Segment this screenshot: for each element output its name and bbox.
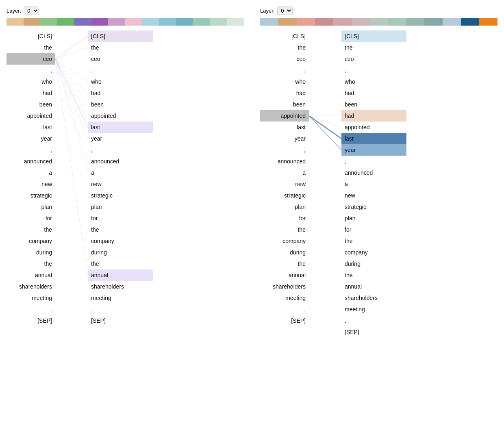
token-label: last (89, 124, 102, 131)
token-item: the (7, 42, 55, 53)
color-swatch (388, 18, 406, 26)
token-item: . (260, 304, 309, 315)
color-swatch (315, 18, 333, 26)
token-item: appointed (341, 122, 406, 133)
color-swatch (142, 18, 159, 26)
token-item: been (260, 99, 309, 110)
token-label: strategic (29, 192, 54, 199)
token-label: meeting (30, 294, 54, 302)
svg-line-7 (55, 59, 88, 139)
token-label: had (89, 89, 102, 97)
token-item: [SEP] (260, 315, 309, 326)
token-label: last (343, 135, 355, 142)
token-item: during (88, 247, 153, 258)
token-label: , (302, 67, 307, 74)
token-item: announced (88, 156, 153, 167)
token-label: company (27, 237, 54, 245)
arrow-container (55, 30, 88, 326)
color-swatch (424, 18, 443, 26)
token-label: last (295, 124, 307, 131)
token-item: strategic (260, 190, 309, 201)
token-item: during (260, 247, 309, 258)
token-label: who (40, 78, 54, 85)
token-label: the (89, 260, 100, 267)
token-item: the (341, 235, 406, 247)
token-label: had (343, 112, 356, 119)
token-label: year (39, 135, 54, 142)
token-label: , (89, 67, 94, 74)
token-label: the (343, 237, 354, 245)
token-label: , (49, 146, 54, 154)
token-label: [CLS] (290, 33, 307, 40)
token-label: plan (293, 203, 307, 211)
color-swatch (443, 18, 461, 26)
token-label: the (343, 271, 354, 279)
token-label: announced (22, 158, 54, 165)
token-label: the (296, 260, 307, 267)
token-item: the (88, 224, 153, 235)
arrow-container (309, 30, 341, 326)
token-item: strategic (88, 190, 153, 201)
color-swatch (176, 18, 193, 26)
token-item: year (7, 133, 55, 144)
token-item: [CLS] (7, 30, 55, 42)
token-label: new (89, 180, 103, 188)
token-item: announced (260, 156, 309, 167)
layer-control: Layer: 0 1 2 (7, 7, 244, 15)
token-item: company (260, 235, 309, 247)
color-swatch (479, 18, 497, 26)
token-label: meeting (343, 306, 367, 313)
token-label: plan (40, 203, 54, 211)
color-swatch (333, 18, 352, 26)
token-label: ceo (41, 55, 54, 63)
token-item: the (7, 224, 55, 235)
token-item: ceo (88, 53, 153, 65)
color-swatch (125, 18, 142, 26)
token-item: annual (260, 269, 309, 281)
token-item: year (341, 144, 406, 156)
token-item: had (260, 87, 309, 99)
token-label: the (89, 44, 100, 51)
token-label: the (43, 226, 54, 233)
arrows-svg (309, 30, 341, 326)
color-swatch (159, 18, 176, 26)
token-label: shareholders (89, 283, 126, 290)
token-item: been (88, 99, 153, 110)
token-item: plan (260, 201, 309, 213)
token-item: . (7, 304, 55, 315)
token-item: the (260, 224, 309, 235)
color-bar (7, 18, 244, 26)
token-label: shareholders (271, 283, 307, 290)
token-label: the (296, 226, 307, 233)
token-item: a (7, 167, 55, 178)
right-token-col: [CLS]theceo,whohadbeenhadappointedlastye… (341, 30, 406, 338)
token-item: [CLS] (88, 30, 153, 42)
color-bar (260, 18, 497, 26)
token-item: appointed (88, 110, 153, 122)
token-label: had (343, 89, 356, 97)
layer-select[interactable]: 0 1 2 (24, 7, 39, 15)
token-label: new (293, 180, 307, 188)
token-label: . (89, 306, 94, 313)
token-item: new (7, 178, 55, 190)
token-label: appointed (343, 124, 371, 131)
token-item: meeting (260, 292, 309, 304)
token-label: appointed (25, 112, 54, 119)
panel-1: Layer: 0 1 2 [CLS]theceo,whohadbeenappoi… (260, 7, 497, 338)
token-item: for (341, 224, 406, 235)
token-label: [CLS] (36, 33, 54, 40)
token-label: strategic (89, 192, 114, 199)
token-item: a (341, 178, 406, 190)
token-label: for (298, 215, 307, 222)
token-label: , (302, 146, 307, 154)
token-label: had (295, 89, 307, 97)
token-label: . (343, 317, 348, 324)
token-item: the (88, 42, 153, 53)
token-item: shareholders (88, 281, 153, 292)
layer-select[interactable]: 0 1 2 (277, 7, 293, 15)
token-label: [SEP] (36, 317, 54, 324)
token-label: announced (276, 158, 307, 165)
token-item: [CLS] (260, 30, 309, 42)
color-swatch (370, 18, 388, 26)
token-item: had (7, 87, 55, 99)
